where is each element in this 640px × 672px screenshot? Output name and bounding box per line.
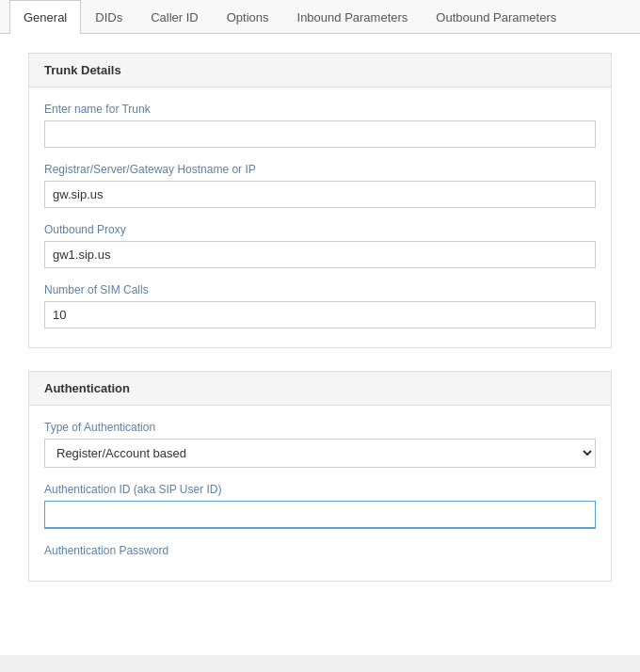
tab-options[interactable]: Options bbox=[213, 0, 283, 34]
auth-id-input[interactable] bbox=[44, 501, 596, 529]
tab-inbound-parameters[interactable]: Inbound Parameters bbox=[283, 0, 423, 34]
authentication-body: Type of Authentication Register/Account … bbox=[29, 406, 611, 581]
outbound-proxy-input[interactable] bbox=[44, 241, 596, 268]
auth-id-field: Authentication ID (aka SIP User ID) bbox=[44, 483, 596, 529]
sim-calls-field: Number of SIM Calls bbox=[44, 283, 596, 328]
trunk-details-section: Trunk Details Enter name for Trunk Regis… bbox=[28, 53, 612, 348]
auth-id-label: Authentication ID (aka SIP User ID) bbox=[44, 483, 596, 496]
registrar-host-input[interactable] bbox=[44, 181, 596, 208]
registrar-host-field: Registrar/Server/Gateway Hostname or IP bbox=[44, 163, 596, 208]
tab-general[interactable]: General bbox=[9, 0, 81, 34]
main-content: Trunk Details Enter name for Trunk Regis… bbox=[0, 34, 640, 655]
auth-password-label: Authentication Password bbox=[44, 544, 596, 557]
tab-caller-id[interactable]: Caller ID bbox=[136, 0, 213, 34]
trunk-details-body: Enter name for Trunk Registrar/Server/Ga… bbox=[29, 88, 611, 347]
sim-calls-input[interactable] bbox=[44, 301, 596, 328]
tab-dids[interactable]: DIDs bbox=[81, 0, 136, 34]
trunk-details-header: Trunk Details bbox=[29, 54, 611, 88]
outbound-proxy-label: Outbound Proxy bbox=[44, 223, 596, 236]
trunk-name-label: Enter name for Trunk bbox=[44, 103, 596, 116]
tab-outbound-parameters[interactable]: Outbound Parameters bbox=[422, 0, 570, 34]
outbound-proxy-field: Outbound Proxy bbox=[44, 223, 596, 268]
sim-calls-label: Number of SIM Calls bbox=[44, 283, 596, 296]
authentication-header: Authentication bbox=[29, 372, 611, 406]
trunk-name-field: Enter name for Trunk bbox=[44, 103, 596, 148]
auth-type-field: Type of Authentication Register/Account … bbox=[44, 421, 596, 468]
registrar-host-label: Registrar/Server/Gateway Hostname or IP bbox=[44, 163, 596, 176]
auth-type-label: Type of Authentication bbox=[44, 421, 596, 434]
auth-type-select[interactable]: Register/Account based bbox=[44, 439, 596, 468]
trunk-name-input[interactable] bbox=[44, 120, 596, 148]
authentication-section: Authentication Type of Authentication Re… bbox=[28, 371, 612, 582]
auth-password-field: Authentication Password bbox=[44, 544, 596, 557]
tab-bar: General DIDs Caller ID Options Inbound P… bbox=[0, 0, 640, 34]
